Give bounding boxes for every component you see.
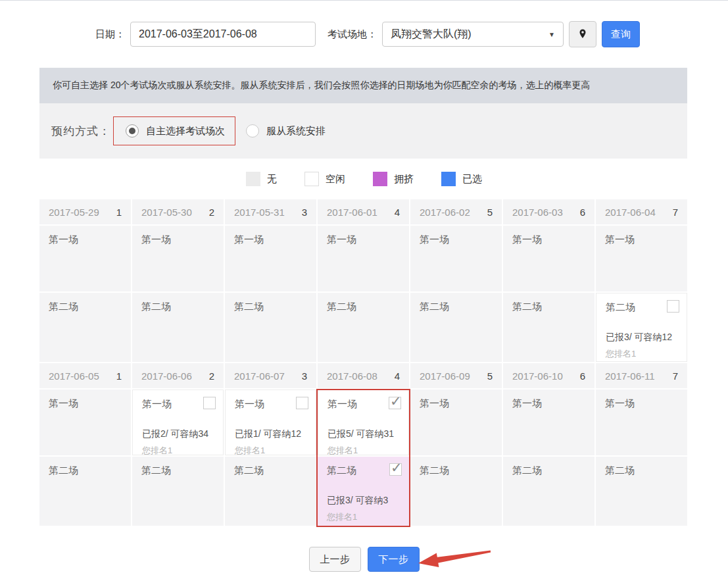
session-cell[interactable]: 第二场 <box>132 457 224 526</box>
calendar: 2017-05-2912017-05-3022017-05-3132017-06… <box>39 199 687 526</box>
session-cell[interactable]: 第二场已报3/ 可容纳3您排名1 <box>318 457 409 526</box>
header-date: 2017-06-04 <box>605 207 656 218</box>
booking-mode-label: 预约方式： <box>51 124 110 139</box>
venue-label: 考试场地： <box>328 28 377 41</box>
session-cell[interactable]: 第一场 <box>596 390 687 455</box>
session-cell[interactable]: 第一场 <box>503 390 595 455</box>
calendar-header-row: 2017-06-0512017-06-0622017-06-0732017-06… <box>39 363 687 388</box>
your-rank: 您排名1 <box>606 348 679 360</box>
session-cell[interactable]: 第二场 <box>410 457 502 526</box>
radio-icon[interactable] <box>246 124 259 138</box>
notice-bar: 你可自主选择 20个考试场次或服从系统安排。服从系统安排后，我们会按照你选择的日… <box>39 68 687 103</box>
session-name: 第二场 <box>234 301 308 313</box>
your-rank: 您排名1 <box>327 511 401 523</box>
session-name: 第二场 <box>420 465 494 477</box>
session-checkbox[interactable] <box>389 397 401 409</box>
session-cell[interactable]: 第一场 <box>503 226 595 291</box>
radio-icon[interactable] <box>126 124 139 138</box>
date-header-cell: 2017-05-313 <box>225 199 316 224</box>
session-name: 第一场 <box>605 397 679 410</box>
session-cell[interactable]: 第一场 <box>410 390 502 455</box>
next-step-button[interactable]: 下一步 <box>368 547 420 572</box>
booking-option-label: 自主选择考试场次 <box>146 125 225 138</box>
session-cell[interactable]: 第一场已报1/ 可容纳12您排名1 <box>225 390 316 455</box>
session-name: 第二场 <box>512 465 587 477</box>
red-arrow-annotation <box>417 547 493 570</box>
date-header-cell: 2017-06-095 <box>410 363 502 388</box>
query-button[interactable]: 查询 <box>602 21 640 47</box>
enrolled-count: 已报3/ 可容纳12 <box>606 332 679 343</box>
session-name: 第一场 <box>141 234 216 246</box>
header-day-number: 7 <box>673 207 678 218</box>
date-header-cell: 2017-06-062 <box>132 363 224 388</box>
venue-select[interactable]: 凤翔交警大队(翔) ▼ <box>382 22 564 47</box>
session-cell[interactable]: 第二场 <box>596 457 687 526</box>
footer-actions: 上一步 下一步 <box>0 547 728 572</box>
session-cell[interactable]: 第二场 <box>503 457 595 526</box>
session-cell[interactable]: 第一场 <box>410 226 502 291</box>
prev-step-button[interactable]: 上一步 <box>309 547 361 572</box>
notice-text: 你可自主选择 20个考试场次或服从系统安排。服从系统安排后，我们会按照你选择的日… <box>53 80 590 91</box>
session-name: 第二场 <box>327 301 401 313</box>
session-cell[interactable]: 第一场 <box>132 226 224 291</box>
session-name: 第二场 <box>234 465 308 477</box>
header-day-number: 7 <box>673 370 678 382</box>
booking-option-label: 服从系统安排 <box>266 125 326 138</box>
header-date: 2017-06-10 <box>512 370 563 382</box>
your-rank: 您排名1 <box>328 445 400 457</box>
date-header-cell: 2017-06-025 <box>410 199 502 224</box>
location-button[interactable] <box>569 21 596 47</box>
session-checkbox[interactable] <box>296 397 308 409</box>
session-cell[interactable]: 第一场 <box>39 390 131 455</box>
date-header-cell: 2017-06-014 <box>318 199 409 224</box>
filter-bar: 日期： 考试场地： 凤翔交警大队(翔) ▼ 查询 <box>0 1 728 68</box>
date-header-cell: 2017-05-291 <box>39 199 131 224</box>
session-cell[interactable]: 第一场已报5/ 可容纳31您排名1 <box>318 390 409 455</box>
session-cell[interactable]: 第一场已报2/ 可容纳34您排名1 <box>132 390 224 455</box>
session-checkbox[interactable] <box>667 300 679 313</box>
date-header-cell: 2017-06-073 <box>225 363 316 388</box>
legend-swatch <box>246 172 260 186</box>
legend-label: 空闲 <box>326 173 345 186</box>
session-name: 第一场 <box>327 234 401 246</box>
calendar-session-row: 第二场第二场第二场第二场第二场第二场第二场已报3/ 可容纳12您排名1 <box>39 293 687 362</box>
date-range-input[interactable] <box>130 22 316 47</box>
session-cell[interactable]: 第二场 <box>225 457 316 526</box>
session-cell[interactable]: 第二场 <box>39 293 131 362</box>
session-cell[interactable]: 第二场 <box>132 293 224 362</box>
date-header-cell: 2017-06-106 <box>503 363 595 388</box>
legend-swatch <box>304 172 319 186</box>
date-header-cell: 2017-06-117 <box>596 363 687 388</box>
date-header-cell: 2017-05-302 <box>132 199 224 224</box>
session-cell[interactable]: 第二场 <box>39 457 131 526</box>
header-date: 2017-06-08 <box>327 370 377 382</box>
legend-label: 无 <box>267 173 277 186</box>
header-date: 2017-06-07 <box>234 370 285 382</box>
session-cell[interactable]: 第一场 <box>596 226 687 291</box>
calendar-session-row: 第一场第一场已报2/ 可容纳34您排名1第一场已报1/ 可容纳12您排名1第一场… <box>39 390 687 455</box>
session-cell[interactable]: 第二场已报3/ 可容纳12您排名1 <box>596 293 687 362</box>
session-checkbox[interactable] <box>203 397 216 409</box>
header-date: 2017-06-06 <box>141 370 192 382</box>
session-checkbox[interactable] <box>389 463 402 476</box>
booking-option-1[interactable]: 自主选择考试场次 <box>113 116 235 145</box>
date-header-cell: 2017-06-051 <box>39 363 131 388</box>
calendar-session-row: 第一场第一场第一场第一场第一场第一场第一场 <box>39 226 687 291</box>
session-cell[interactable]: 第二场 <box>225 293 316 362</box>
calendar-session-row: 第二场第二场第二场第二场已报3/ 可容纳3您排名1第二场第二场第二场 <box>39 457 687 526</box>
session-cell[interactable]: 第二场 <box>410 293 502 362</box>
header-date: 2017-06-05 <box>49 370 99 382</box>
session-name: 第二场 <box>420 301 494 313</box>
booking-option-2[interactable]: 服从系统安排 <box>246 124 326 138</box>
booking-options: 自主选择考试场次服从系统安排 <box>113 116 326 145</box>
session-name: 第二场 <box>512 301 587 313</box>
session-name: 第一场 <box>512 234 587 246</box>
session-name: 第一场 <box>234 234 308 246</box>
session-cell[interactable]: 第二场 <box>318 293 409 362</box>
session-name: 第一场 <box>512 397 587 410</box>
session-cell[interactable]: 第一场 <box>39 226 131 291</box>
session-cell[interactable]: 第一场 <box>318 226 409 291</box>
session-cell[interactable]: 第二场 <box>503 293 595 362</box>
session-name: 第二场 <box>49 301 123 313</box>
session-cell[interactable]: 第一场 <box>225 226 316 291</box>
